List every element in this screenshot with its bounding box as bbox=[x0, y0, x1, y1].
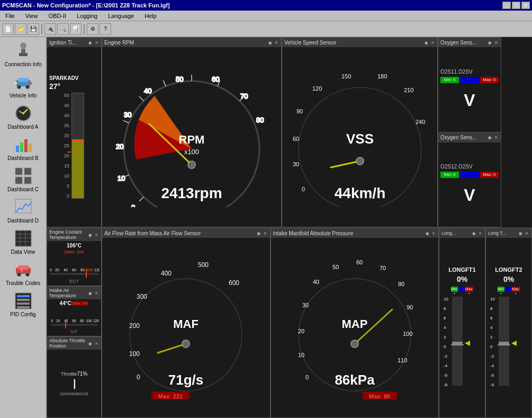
menu-language[interactable]: Language bbox=[105, 12, 137, 20]
sidebar-item-dataview[interactable]: Data View bbox=[2, 227, 44, 257]
svg-text:100: 100 bbox=[86, 319, 92, 323]
rpm-gauge-svg: 0 10 20 30 40 50 60 bbox=[107, 67, 276, 207]
svg-text:600: 600 bbox=[229, 279, 239, 287]
tb-connect[interactable]: 🔌 bbox=[44, 23, 56, 35]
ect-panel: Engine Coolant Temperature ■ × 106°C Max… bbox=[47, 228, 102, 286]
content-area: Ignition Ti... ■ × SPARKADV 27° 50454035… bbox=[47, 37, 532, 418]
rpm-menu[interactable]: ■ bbox=[267, 40, 273, 46]
menu-help[interactable]: Help bbox=[141, 12, 160, 20]
sidebar-item-dashc[interactable]: Dashboard C bbox=[2, 164, 44, 194]
longft2-close[interactable]: × bbox=[524, 230, 529, 236]
longft2-title: Long T... bbox=[488, 230, 506, 236]
svg-text:0: 0 bbox=[305, 374, 309, 380]
trouble-icon: ! bbox=[14, 260, 33, 279]
sidebar-item-vehicle[interactable]: Vehicle Info bbox=[2, 70, 44, 101]
o2s11-menu[interactable]: ■ bbox=[487, 40, 492, 46]
close-button[interactable]: × bbox=[521, 2, 530, 9]
throttle-needle bbox=[74, 379, 75, 389]
sidebar-item-dasha[interactable]: Dashboard A bbox=[2, 102, 44, 132]
vss-close[interactable]: × bbox=[430, 40, 435, 46]
ect-value: 106°C bbox=[67, 243, 82, 248]
sidebar-item-pidconfig[interactable]: PID Config bbox=[2, 289, 44, 319]
minimize-button[interactable]: _ bbox=[502, 2, 511, 9]
svg-rect-8 bbox=[30, 82, 32, 84]
iat-menu[interactable]: ■ bbox=[87, 290, 93, 296]
svg-text:10: 10 bbox=[444, 297, 448, 301]
o2s11-close[interactable]: × bbox=[493, 40, 499, 46]
menu-obd2[interactable]: OBD-II bbox=[45, 12, 69, 20]
o2s11-bars: Min: 0 Max: 0 bbox=[440, 77, 499, 83]
menu-file[interactable]: File bbox=[2, 12, 18, 20]
throttle-menu[interactable]: ■ bbox=[87, 341, 93, 346]
titlebar: PCMSCAN - New Configuration* - [E:\2001 … bbox=[0, 0, 532, 11]
svg-rect-35 bbox=[17, 299, 30, 301]
maf-menu[interactable]: ■ bbox=[256, 230, 262, 236]
tb-open[interactable]: 📂 bbox=[15, 23, 26, 35]
tb-save[interactable]: 💾 bbox=[28, 23, 39, 35]
longft1-title: Long... bbox=[441, 230, 456, 236]
svg-text:RPM: RPM bbox=[179, 133, 205, 146]
tb-new[interactable]: 📄 bbox=[2, 23, 14, 35]
svg-text:110: 110 bbox=[398, 357, 407, 363]
sidebar-item-connection[interactable]: Connection Info bbox=[2, 39, 44, 69]
o2s11-content: O2S11.O2SV Min: 0 Max: 0 V bbox=[438, 47, 501, 132]
menu-logging[interactable]: Logging bbox=[74, 12, 101, 20]
ignition-content: SPARKADV 27° 50454035302520151050 bbox=[47, 47, 101, 227]
svg-text:60: 60 bbox=[72, 319, 76, 323]
throttle-close[interactable]: × bbox=[94, 341, 99, 346]
vss-content: 0 30 60 90 120 150 180 210 240 VSS bbox=[282, 47, 437, 227]
sidebar-item-dashd[interactable]: Dashboard D bbox=[2, 195, 44, 226]
vss-menu[interactable]: ■ bbox=[423, 40, 429, 46]
tb-config[interactable]: ⚙ bbox=[87, 23, 98, 35]
svg-text:44km/h: 44km/h bbox=[334, 185, 385, 201]
longft2-menu[interactable]: ■ bbox=[518, 230, 523, 236]
ignition-menu[interactable]: ■ bbox=[87, 40, 93, 46]
menu-view[interactable]: View bbox=[22, 12, 41, 20]
tb-sep1 bbox=[41, 24, 42, 34]
ect-close[interactable]: × bbox=[94, 232, 99, 238]
longft1-close[interactable]: × bbox=[477, 230, 483, 236]
o2s12-header: Oxygen Sens... ■ × bbox=[438, 133, 501, 143]
longft1-menu[interactable]: ■ bbox=[471, 230, 476, 236]
svg-rect-171 bbox=[499, 297, 509, 386]
svg-text:200: 200 bbox=[129, 322, 140, 330]
svg-text:60: 60 bbox=[212, 75, 219, 83]
svg-text:0: 0 bbox=[444, 344, 446, 349]
svg-text:100: 100 bbox=[87, 268, 93, 272]
sidebar-item-trouble[interactable]: ! Trouble Codes bbox=[2, 258, 44, 288]
rpm-close[interactable]: × bbox=[274, 40, 279, 46]
map-panel: Intake Manifold Absolute Pressure ■ × 0 … bbox=[270, 228, 439, 418]
map-menu[interactable]: ■ bbox=[425, 230, 430, 236]
tb-log[interactable]: 📊 bbox=[70, 23, 82, 35]
o2s11-sublabel: O2S11.O2SV bbox=[440, 69, 473, 75]
map-close[interactable]: × bbox=[431, 230, 436, 236]
iat-header: Intake Air Temperature ■ × bbox=[47, 287, 101, 299]
longft1-bar-svg: 10 8 6 4 2 0 -2 -4 -6 -8 bbox=[444, 294, 481, 389]
svg-rect-36 bbox=[17, 303, 30, 305]
svg-text:100: 100 bbox=[129, 350, 140, 358]
o2s12-sublabel: O2S12.O2SV bbox=[440, 164, 473, 170]
gauge-row-1: Ignition Ti... ■ × SPARKADV 27° 50454035… bbox=[47, 37, 532, 228]
svg-text:0: 0 bbox=[131, 203, 135, 207]
maf-close[interactable]: × bbox=[263, 230, 268, 236]
sidebar-item-dashb[interactable]: Dashboard B bbox=[2, 133, 44, 163]
svg-text:30: 30 bbox=[302, 302, 309, 308]
svg-line-56 bbox=[163, 81, 166, 86]
svg-text:-8: -8 bbox=[490, 383, 494, 387]
svg-text:20: 20 bbox=[55, 268, 59, 272]
iat-close[interactable]: × bbox=[94, 290, 99, 296]
ect-menu[interactable]: ■ bbox=[87, 232, 93, 238]
tb-scan[interactable]: 🔍 bbox=[57, 23, 69, 35]
maximize-button[interactable]: □ bbox=[512, 2, 520, 9]
vss-gauge-svg: 0 30 60 90 120 150 180 210 240 VSS bbox=[288, 67, 431, 207]
svg-text:x100: x100 bbox=[184, 148, 199, 156]
ignition-close[interactable]: × bbox=[94, 40, 99, 46]
maf-content: 0 100 200 300 400 500 600 MAF bbox=[102, 238, 270, 417]
o2s12-menu[interactable]: ■ bbox=[487, 135, 492, 140]
map-title: Intake Manifold Absolute Pressure bbox=[273, 230, 354, 236]
svg-text:Max: 86: Max: 86 bbox=[369, 393, 390, 399]
svg-text:MAP: MAP bbox=[341, 317, 367, 331]
o2s12-close[interactable]: × bbox=[493, 135, 499, 140]
tb-help[interactable]: ? bbox=[100, 23, 111, 35]
svg-rect-34 bbox=[17, 295, 30, 297]
